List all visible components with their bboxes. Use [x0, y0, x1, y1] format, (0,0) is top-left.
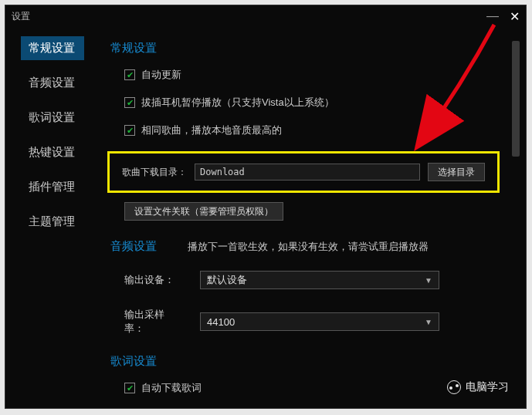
sidebar-item-label: 常规设置 [29, 41, 75, 54]
checkbox-auto-update[interactable]: 自动更新 [124, 68, 504, 82]
settings-window: 设置 — ✕ 常规设置 音频设置 歌词设置 热键设置 插件管理 主题管理 常规设… [5, 5, 527, 409]
checkbox-icon [124, 69, 135, 80]
audio-section: 音频设置 播放下一首歌生效，如果没有生效，请尝试重启播放器 输出设备： 默认设备… [110, 239, 504, 336]
audio-note: 播放下一首歌生效，如果没有生效，请尝试重启播放器 [188, 240, 429, 254]
minimize-icon[interactable]: — [486, 9, 499, 23]
sidebar-item-label: 热键设置 [29, 145, 75, 158]
chevron-down-icon: ▼ [425, 318, 432, 326]
window-title: 设置 [12, 10, 30, 23]
sidebar-item-label: 音频设置 [29, 76, 75, 89]
sidebar: 常规设置 音频设置 歌词设置 热键设置 插件管理 主题管理 [5, 27, 92, 408]
select-value: 44100 [207, 316, 235, 328]
sidebar-item-theme[interactable]: 主题管理 [21, 210, 84, 234]
titlebar-controls: — ✕ [486, 9, 520, 24]
main-panel: 常规设置 自动更新 拔插耳机暂停播放（只支持Vista以上系统） 相同歌曲，播放… [92, 27, 526, 408]
sample-rate-select[interactable]: 44100 ▼ [200, 312, 439, 331]
checkbox-label: 自动下载歌词 [141, 381, 202, 395]
sidebar-item-audio[interactable]: 音频设置 [21, 71, 84, 95]
download-dir-label: 歌曲下载目录： [122, 166, 187, 179]
checkbox-headphone-pause[interactable]: 拔插耳机暂停播放（只支持Vista以上系统） [124, 96, 504, 110]
choose-dir-button[interactable]: 选择目录 [428, 163, 485, 181]
file-assoc-row: 设置文件关联（需要管理员权限） [124, 202, 504, 221]
sidebar-item-general[interactable]: 常规设置 [21, 36, 84, 60]
chevron-down-icon: ▼ [425, 276, 432, 285]
checkbox-icon [124, 383, 135, 393]
checkbox-icon [124, 97, 135, 108]
sidebar-item-label: 插件管理 [29, 180, 75, 193]
checkbox-label: 相同歌曲，播放本地音质最高的 [141, 123, 282, 137]
download-dir-highlight: 歌曲下载目录： 选择目录 [107, 151, 500, 193]
scrollbar-thumb[interactable] [512, 41, 520, 157]
sidebar-item-label: 主题管理 [29, 214, 75, 228]
checkbox-same-song[interactable]: 相同歌曲，播放本地音质最高的 [124, 123, 504, 137]
watermark: 电脑学习 [447, 380, 509, 394]
sidebar-item-label: 歌词设置 [29, 110, 75, 123]
section-title-lyric: 歌词设置 [110, 354, 504, 369]
checkbox-icon [124, 125, 135, 136]
output-device-select[interactable]: 默认设备 ▼ [200, 271, 439, 289]
sidebar-item-lyric[interactable]: 歌词设置 [21, 106, 84, 130]
audio-header: 音频设置 播放下一首歌生效，如果没有生效，请尝试重启播放器 [110, 239, 504, 254]
lyric-section: 歌词设置 自动下载歌词 [110, 354, 504, 395]
wechat-icon [447, 380, 461, 394]
section-title-general: 常规设置 [110, 41, 504, 56]
sample-rate-label: 输出采样率： [124, 308, 181, 336]
file-assoc-button[interactable]: 设置文件关联（需要管理员权限） [124, 202, 283, 221]
download-dir-input[interactable] [195, 164, 420, 181]
sample-rate-row: 输出采样率： 44100 ▼ [124, 308, 504, 336]
checkbox-label: 自动更新 [141, 68, 181, 82]
select-value: 默认设备 [207, 273, 247, 287]
output-device-row: 输出设备： 默认设备 ▼ [124, 271, 504, 289]
output-device-label: 输出设备： [124, 273, 181, 287]
sidebar-item-hotkey[interactable]: 热键设置 [21, 140, 84, 164]
sidebar-item-plugin[interactable]: 插件管理 [21, 175, 84, 199]
section-title-audio: 音频设置 [110, 239, 157, 254]
checkbox-label: 拔插耳机暂停播放（只支持Vista以上系统） [141, 96, 334, 110]
titlebar: 设置 — ✕ [5, 5, 526, 27]
watermark-text: 电脑学习 [466, 380, 509, 394]
close-icon[interactable]: ✕ [510, 9, 520, 24]
window-body: 常规设置 音频设置 歌词设置 热键设置 插件管理 主题管理 常规设置 自动更新 … [5, 27, 526, 408]
